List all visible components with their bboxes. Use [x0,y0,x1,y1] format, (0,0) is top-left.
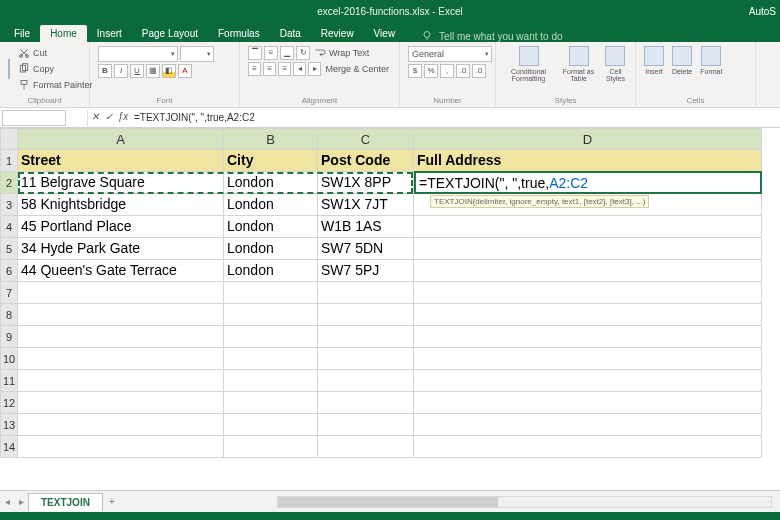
cell-D5[interactable] [414,238,762,260]
cell-A13[interactable] [18,414,224,436]
cell-A8[interactable] [18,304,224,326]
cell-A5[interactable]: 34 Hyde Park Gate [18,238,224,260]
bold-button[interactable]: B [98,64,112,78]
cell-B3[interactable]: London [224,194,318,216]
tab-home[interactable]: Home [40,25,87,42]
col-header-C[interactable]: C [318,128,414,150]
insert-cells-button[interactable] [644,46,664,66]
cell-B9[interactable] [224,326,318,348]
align-right-button[interactable]: ≡ [278,62,291,76]
cell-C1[interactable]: Post Code [318,150,414,172]
copy-button[interactable]: Copy [16,62,95,76]
row-header-6[interactable]: 6 [0,260,18,282]
cell-B1[interactable]: City [224,150,318,172]
cell-D12[interactable] [414,392,762,414]
tab-file[interactable]: File [4,25,40,42]
tab-page-layout[interactable]: Page Layout [132,25,208,42]
sheet-tab-textjoin[interactable]: TEXTJOIN [28,493,103,511]
currency-button[interactable]: $ [408,64,422,78]
cell-A10[interactable] [18,348,224,370]
cell-D8[interactable] [414,304,762,326]
cell-D9[interactable] [414,326,762,348]
align-middle-button[interactable]: ≡ [264,46,278,60]
cell-D11[interactable] [414,370,762,392]
delete-cells-button[interactable] [672,46,692,66]
paste-button[interactable] [8,59,10,79]
cell-D6[interactable] [414,260,762,282]
name-box[interactable] [2,110,66,126]
cell-C12[interactable] [318,392,414,414]
cell-B5[interactable]: London [224,238,318,260]
cell-B2[interactable]: London [224,172,318,194]
scrollbar-thumb[interactable] [278,497,498,507]
cell-C6[interactable]: SW7 5PJ [318,260,414,282]
cell-B6[interactable]: London [224,260,318,282]
merge-center-button[interactable]: Merge & Center [323,63,391,75]
row-header-3[interactable]: 3 [0,194,18,216]
tab-formulas[interactable]: Formulas [208,25,270,42]
cell-C13[interactable] [318,414,414,436]
underline-button[interactable]: U [130,64,144,78]
cell-A4[interactable]: 45 Portland Place [18,216,224,238]
italic-button[interactable]: I [114,64,128,78]
cell-C3[interactable]: SW1X 7JT [318,194,414,216]
row-header-9[interactable]: 9 [0,326,18,348]
cut-button[interactable]: Cut [16,46,95,60]
cell-editor[interactable]: =TEXTJOIN(", ",true,A2:C2 [414,171,762,194]
cell-C8[interactable] [318,304,414,326]
inc-decimal-button[interactable]: .0 [456,64,470,78]
row-header-8[interactable]: 8 [0,304,18,326]
cell-B10[interactable] [224,348,318,370]
cell-B8[interactable] [224,304,318,326]
col-header-D[interactable]: D [414,128,762,150]
add-sheet-button[interactable]: + [103,496,121,507]
cell-area[interactable]: A B C D Street City Post Code Full Addre… [18,128,780,490]
cell-B11[interactable] [224,370,318,392]
cell-D13[interactable] [414,414,762,436]
sheet-nav-prev[interactable]: ◂ [0,496,14,507]
font-size-dropdown[interactable]: ▾ [180,46,214,62]
orientation-button[interactable]: ↻ [296,46,310,60]
cell-C4[interactable]: W1B 1AS [318,216,414,238]
cell-A1[interactable]: Street [18,150,224,172]
format-painter-button[interactable]: Format Painter [16,78,95,92]
horizontal-scrollbar[interactable] [277,496,772,508]
font-family-dropdown[interactable]: ▾ [98,46,178,62]
cell-A9[interactable] [18,326,224,348]
tab-data[interactable]: Data [270,25,311,42]
cell-D1[interactable]: Full Address [414,150,762,172]
comma-button[interactable]: , [440,64,454,78]
number-format-dropdown[interactable]: General▾ [408,46,492,62]
cell-D14[interactable] [414,436,762,458]
wrap-text-button[interactable]: Wrap Text [312,46,371,60]
tell-me[interactable]: Tell me what you want to do [421,30,562,42]
cell-A12[interactable] [18,392,224,414]
cell-A11[interactable] [18,370,224,392]
row-header-11[interactable]: 11 [0,370,18,392]
col-header-A[interactable]: A [18,128,224,150]
tab-review[interactable]: Review [311,25,364,42]
cancel-formula-button[interactable]: ✕ [88,111,102,125]
cell-A14[interactable] [18,436,224,458]
select-all-corner[interactable] [0,128,18,150]
cell-C9[interactable] [318,326,414,348]
row-header-13[interactable]: 13 [0,414,18,436]
cell-A6[interactable]: 44 Queen's Gate Terrace [18,260,224,282]
cell-A2[interactable]: 11 Belgrave Square [18,172,224,194]
enter-formula-button[interactable]: ✓ [102,111,116,125]
cell-styles-button[interactable] [605,46,625,66]
row-header-1[interactable]: 1 [0,150,18,172]
row-header-14[interactable]: 14 [0,436,18,458]
row-header-4[interactable]: 4 [0,216,18,238]
cell-D7[interactable] [414,282,762,304]
cell-C7[interactable] [318,282,414,304]
tab-view[interactable]: View [364,25,406,42]
cell-C2[interactable]: SW1X 8PP [318,172,414,194]
percent-button[interactable]: % [424,64,438,78]
align-center-button[interactable]: ≡ [263,62,276,76]
font-color-button[interactable]: A [178,64,192,78]
cell-C10[interactable] [318,348,414,370]
cell-A3[interactable]: 58 Knightsbridge [18,194,224,216]
fx-button[interactable]: ƒx [116,111,130,125]
cell-B12[interactable] [224,392,318,414]
